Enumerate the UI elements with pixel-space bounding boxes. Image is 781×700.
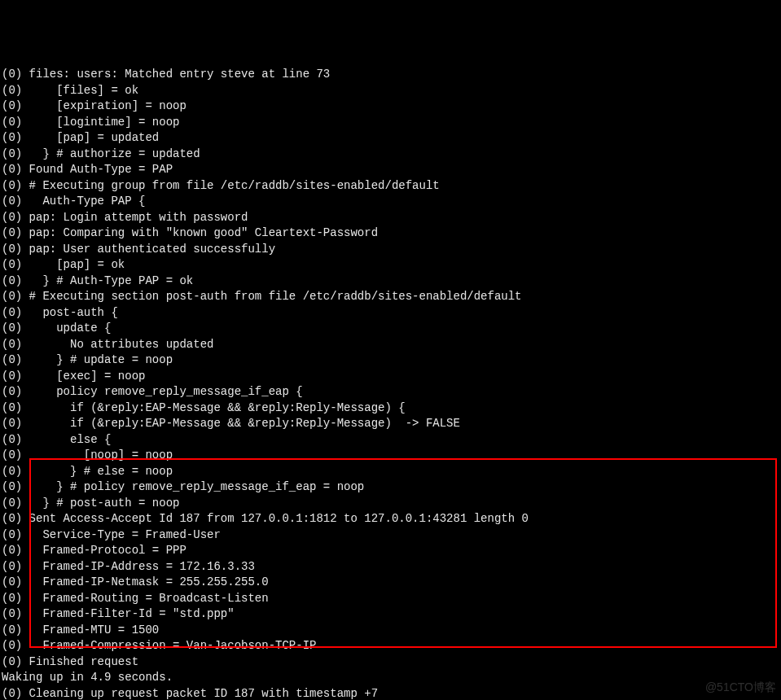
log-line: (0) [pap] = updated — [2, 130, 779, 147]
log-line: Waking up in 4.9 seconds. — [2, 670, 779, 686]
log-line: (0) } # authorize = updated — [2, 147, 779, 163]
log-line: (0) Framed-Filter-Id = "std.ppp" — [2, 606, 779, 623]
log-line: (0) [noop] = noop — [2, 448, 779, 464]
log-line: (0) post-auth { — [2, 305, 779, 322]
log-line: (0) else { — [2, 432, 779, 448]
log-line: (0) } # post-auth = noop — [2, 496, 779, 512]
log-line: (0) } # else = noop — [2, 464, 779, 480]
log-line: (0) Framed-IP-Netmask = 255.255.255.0 — [2, 575, 779, 591]
log-line: (0) pap: Comparing with "known good" Cle… — [2, 225, 779, 242]
log-line: (0) Auth-Type PAP { — [2, 194, 779, 210]
log-line: (0) if (&reply:EAP-Message && &reply:Rep… — [2, 416, 779, 432]
log-line: (0) [exec] = noop — [2, 369, 779, 385]
log-line: (0) } # policy remove_reply_message_if_e… — [2, 479, 779, 496]
log-line: (0) [pap] = ok — [2, 257, 779, 273]
watermark: @51CTO博客 — [705, 680, 776, 696]
log-line: (0) [expiration] = noop — [2, 98, 779, 115]
log-line: (0) Framed-Compression = Van-Jacobson-TC… — [2, 638, 779, 654]
log-line: (0) files: users: Matched entry steve at… — [2, 67, 779, 83]
terminal-output: (0) files: users: Matched entry steve at… — [0, 63, 781, 700]
log-line: (0) # Executing group from file /etc/rad… — [2, 178, 779, 195]
log-line: (0) pap: User authenticated successfully — [2, 242, 779, 258]
log-line: (0) } # update = noop — [2, 352, 779, 369]
log-line: (0) Finished request — [2, 654, 779, 671]
log-line: (0) Sent Access-Accept Id 187 from 127.0… — [2, 511, 779, 527]
log-line: (0) if (&reply:EAP-Message && &reply:Rep… — [2, 400, 779, 417]
log-line: (0) update { — [2, 321, 779, 337]
log-line: (0) pap: Login attempt with password — [2, 210, 779, 226]
log-line: (0) [files] = ok — [2, 83, 779, 99]
log-line: (0) # Executing section post-auth from f… — [2, 289, 779, 305]
log-line: (0) } # Auth-Type PAP = ok — [2, 273, 779, 290]
log-line: (0) Service-Type = Framed-User — [2, 527, 779, 544]
log-line: (0) Framed-Protocol = PPP — [2, 543, 779, 559]
log-line: (0) No attributes updated — [2, 337, 779, 353]
log-line: (0) Found Auth-Type = PAP — [2, 162, 779, 178]
log-line: (0) policy remove_reply_message_if_eap { — [2, 384, 779, 400]
log-line: (0) [logintime] = noop — [2, 115, 779, 131]
log-line: (0) Framed-IP-Address = 172.16.3.33 — [2, 559, 779, 575]
log-line: (0) Framed-Routing = Broadcast-Listen — [2, 591, 779, 607]
log-line: (0) Framed-MTU = 1500 — [2, 623, 779, 639]
log-line: (0) Cleaning up request packet ID 187 wi… — [2, 686, 779, 701]
